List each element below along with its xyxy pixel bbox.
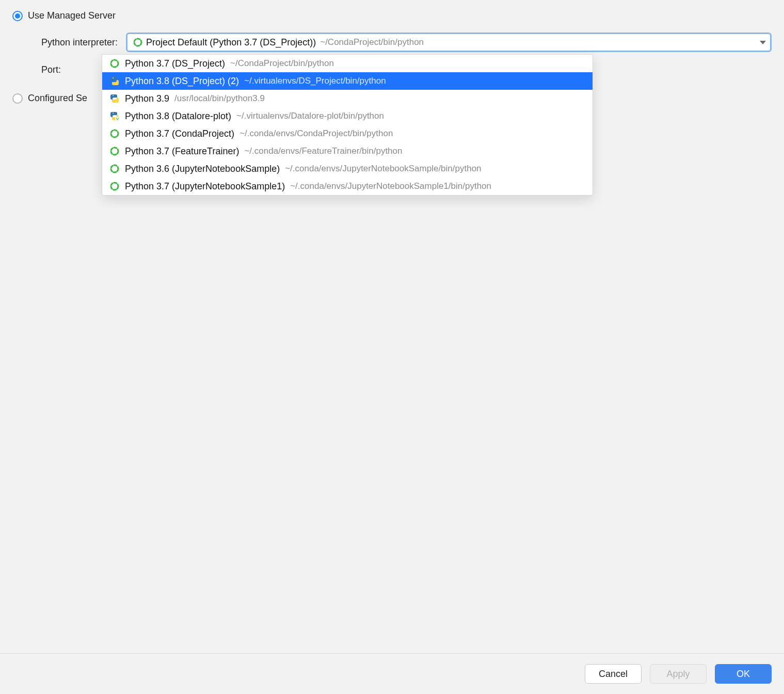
interpreter-option-path: ~/.conda/envs/FeatureTrainer/bin/python	[244, 146, 402, 156]
label-python-interpreter: Python interpreter:	[41, 37, 118, 48]
interpreter-option[interactable]: Python 3.7 (FeatureTrainer)~/.conda/envs…	[102, 142, 593, 160]
interpreter-option-name: Python 3.6 (JupyterNotebookSample)	[125, 164, 280, 174]
interpreter-dropdown[interactable]: Python 3.7 (DS_Project)~/CondaProject/bi…	[102, 54, 593, 196]
conda-ring-icon	[109, 164, 120, 174]
interpreter-option-name: Python 3.9	[125, 93, 169, 104]
combo-selected-name: Project Default (Python 3.7 (DS_Project)…	[146, 37, 316, 48]
radio-use-managed-server-label: Use Managed Server	[28, 10, 116, 21]
interpreter-option-name: Python 3.8 (DS_Project) (2)	[125, 76, 239, 87]
label-port: Port:	[41, 64, 61, 75]
python-icon	[109, 93, 120, 104]
python-icon	[109, 76, 120, 86]
ok-button[interactable]: OK	[715, 664, 772, 684]
interpreter-option[interactable]: Python 3.7 (DS_Project)~/CondaProject/bi…	[102, 55, 593, 72]
combo-python-interpreter[interactable]: Project Default (Python 3.7 (DS_Project)…	[126, 33, 772, 52]
radio-use-managed-server[interactable]	[12, 11, 23, 21]
conda-ring-icon	[133, 37, 143, 47]
conda-ring-icon	[109, 146, 120, 156]
interpreter-option[interactable]: Python 3.8 (DS_Project) (2)~/.virtualenv…	[102, 72, 593, 90]
python-virtualenv-icon	[109, 111, 120, 121]
interpreter-option-name: Python 3.7 (JupyterNotebookSample1)	[125, 181, 285, 192]
conda-ring-icon	[109, 58, 120, 69]
cancel-button[interactable]: Cancel	[585, 664, 642, 684]
interpreter-option-path: ~/.conda/envs/JupyterNotebookSample1/bin…	[290, 181, 491, 191]
footer-divider	[0, 653, 784, 654]
interpreter-option-path: ~/.virtualenvs/DS_Project/bin/python	[244, 76, 386, 86]
interpreter-option-path: /usr/local/bin/python3.9	[174, 93, 265, 104]
combo-selected-path: ~/CondaProject/bin/python	[320, 37, 424, 47]
radio-configured-server-label: Configured Se	[28, 93, 87, 104]
interpreter-option-path: ~/.conda/envs/JupyterNotebookSample/bin/…	[285, 164, 481, 174]
conda-ring-icon	[109, 181, 120, 191]
interpreter-option[interactable]: Python 3.6 (JupyterNotebookSample)~/.con…	[102, 160, 593, 177]
interpreter-option-name: Python 3.7 (DS_Project)	[125, 58, 225, 69]
interpreter-option[interactable]: Python 3.7 (CondaProject)~/.conda/envs/C…	[102, 125, 593, 142]
interpreter-option[interactable]: Python 3.9/usr/local/bin/python3.9	[102, 90, 593, 107]
conda-ring-icon	[109, 128, 120, 139]
apply-button: Apply	[650, 664, 707, 684]
interpreter-option-name: Python 3.7 (CondaProject)	[125, 128, 234, 139]
interpreter-option-name: Python 3.8 (Datalore-plot)	[125, 111, 231, 122]
radio-configured-server[interactable]	[12, 93, 23, 104]
interpreter-option-path: ~/.virtualenvs/Datalore-plot/bin/python	[236, 111, 384, 121]
interpreter-option-path: ~/CondaProject/bin/python	[230, 58, 334, 69]
chevron-down-icon	[760, 41, 766, 44]
interpreter-option-name: Python 3.7 (FeatureTrainer)	[125, 146, 239, 157]
interpreter-option[interactable]: Python 3.8 (Datalore-plot)~/.virtualenvs…	[102, 107, 593, 125]
interpreter-option-path: ~/.conda/envs/CondaProject/bin/python	[239, 128, 393, 139]
interpreter-option[interactable]: Python 3.7 (JupyterNotebookSample1)~/.co…	[102, 177, 593, 195]
